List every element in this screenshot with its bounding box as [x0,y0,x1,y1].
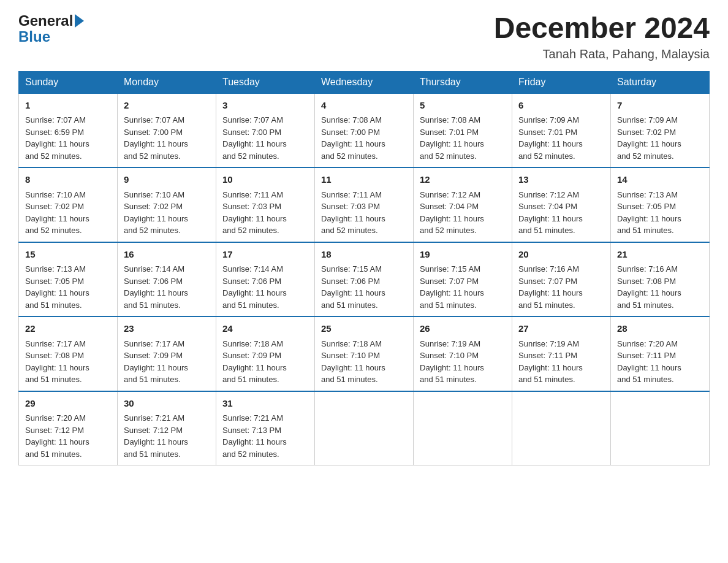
calendar-day-cell: 14Sunrise: 7:13 AM Sunset: 7:05 PM Dayli… [611,167,710,242]
day-info: Sunrise: 7:13 AM Sunset: 7:05 PM Dayligh… [617,189,703,237]
day-info: Sunrise: 7:12 AM Sunset: 7:04 PM Dayligh… [518,189,604,237]
day-number: 4 [321,99,407,113]
calendar-week-row: 8Sunrise: 7:10 AM Sunset: 7:02 PM Daylig… [19,167,710,242]
day-info: Sunrise: 7:21 AM Sunset: 7:13 PM Dayligh… [222,412,308,460]
calendar-day-cell: 29Sunrise: 7:20 AM Sunset: 7:12 PM Dayli… [19,391,118,465]
day-number: 2 [124,99,210,113]
calendar-day-cell: 9Sunrise: 7:10 AM Sunset: 7:02 PM Daylig… [118,167,216,242]
calendar-day-cell: 20Sunrise: 7:16 AM Sunset: 7:07 PM Dayli… [512,242,611,317]
day-number: 1 [25,99,111,113]
day-number: 13 [518,173,604,187]
calendar-day-cell [512,391,611,465]
day-info: Sunrise: 7:09 AM Sunset: 7:02 PM Dayligh… [617,114,703,162]
calendar-week-row: 22Sunrise: 7:17 AM Sunset: 7:08 PM Dayli… [19,316,710,391]
day-number: 21 [617,248,703,262]
day-header-monday: Monday [118,71,216,93]
day-info: Sunrise: 7:08 AM Sunset: 7:00 PM Dayligh… [321,114,407,162]
day-number: 5 [420,99,506,113]
calendar-day-cell [315,391,414,465]
calendar-day-cell: 30Sunrise: 7:21 AM Sunset: 7:12 PM Dayli… [118,391,216,465]
day-info: Sunrise: 7:07 AM Sunset: 6:59 PM Dayligh… [25,114,111,162]
calendar-day-cell: 16Sunrise: 7:14 AM Sunset: 7:06 PM Dayli… [118,242,216,317]
calendar-day-cell: 6Sunrise: 7:09 AM Sunset: 7:01 PM Daylig… [512,93,611,168]
calendar-day-cell: 24Sunrise: 7:18 AM Sunset: 7:09 PM Dayli… [216,316,315,391]
day-number: 27 [518,322,604,336]
day-number: 6 [518,99,604,113]
day-number: 9 [124,173,210,187]
logo-blue-text: Blue [18,28,50,45]
calendar-day-cell: 5Sunrise: 7:08 AM Sunset: 7:01 PM Daylig… [414,93,512,168]
day-number: 28 [617,322,703,336]
day-number: 31 [222,397,308,411]
calendar-day-cell: 21Sunrise: 7:16 AM Sunset: 7:08 PM Dayli… [611,242,710,317]
calendar-day-cell: 27Sunrise: 7:19 AM Sunset: 7:11 PM Dayli… [512,316,611,391]
day-number: 12 [420,173,506,187]
day-info: Sunrise: 7:15 AM Sunset: 7:06 PM Dayligh… [321,263,407,311]
logo-arrow-icon [75,14,84,28]
day-header-thursday: Thursday [414,71,512,93]
logo-general-text: General [18,12,73,29]
day-info: Sunrise: 7:14 AM Sunset: 7:06 PM Dayligh… [222,263,308,311]
calendar-day-cell: 25Sunrise: 7:18 AM Sunset: 7:10 PM Dayli… [315,316,414,391]
day-info: Sunrise: 7:09 AM Sunset: 7:01 PM Dayligh… [518,114,604,162]
day-header-wednesday: Wednesday [315,71,414,93]
month-title: December 2024 [494,12,710,45]
day-info: Sunrise: 7:21 AM Sunset: 7:12 PM Dayligh… [124,412,210,460]
day-number: 22 [25,322,111,336]
calendar-day-cell: 19Sunrise: 7:15 AM Sunset: 7:07 PM Dayli… [414,242,512,317]
day-info: Sunrise: 7:10 AM Sunset: 7:02 PM Dayligh… [124,189,210,237]
calendar-day-cell: 10Sunrise: 7:11 AM Sunset: 7:03 PM Dayli… [216,167,315,242]
day-info: Sunrise: 7:16 AM Sunset: 7:08 PM Dayligh… [617,263,703,311]
day-info: Sunrise: 7:17 AM Sunset: 7:09 PM Dayligh… [124,338,210,386]
day-header-tuesday: Tuesday [216,71,315,93]
calendar-day-cell: 23Sunrise: 7:17 AM Sunset: 7:09 PM Dayli… [118,316,216,391]
day-number: 20 [518,248,604,262]
calendar-day-cell [611,391,710,465]
day-number: 7 [617,99,703,113]
day-number: 11 [321,173,407,187]
logo-top: General [18,12,84,29]
day-number: 26 [420,322,506,336]
page-header: General Blue December 2024 Tanah Rata, P… [18,12,710,61]
calendar-day-cell: 13Sunrise: 7:12 AM Sunset: 7:04 PM Dayli… [512,167,611,242]
calendar-day-cell: 4Sunrise: 7:08 AM Sunset: 7:00 PM Daylig… [315,93,414,168]
day-info: Sunrise: 7:18 AM Sunset: 7:09 PM Dayligh… [222,338,308,386]
day-number: 10 [222,173,308,187]
day-info: Sunrise: 7:19 AM Sunset: 7:11 PM Dayligh… [518,338,604,386]
day-number: 17 [222,248,308,262]
logo: General Blue [18,12,84,45]
day-number: 8 [25,173,111,187]
day-number: 3 [222,99,308,113]
calendar-day-cell: 22Sunrise: 7:17 AM Sunset: 7:08 PM Dayli… [19,316,118,391]
day-number: 16 [124,248,210,262]
day-info: Sunrise: 7:18 AM Sunset: 7:10 PM Dayligh… [321,338,407,386]
day-number: 15 [25,248,111,262]
day-info: Sunrise: 7:17 AM Sunset: 7:08 PM Dayligh… [25,338,111,386]
calendar-day-cell: 2Sunrise: 7:07 AM Sunset: 7:00 PM Daylig… [118,93,216,168]
calendar-day-cell: 26Sunrise: 7:19 AM Sunset: 7:10 PM Dayli… [414,316,512,391]
calendar-week-row: 15Sunrise: 7:13 AM Sunset: 7:05 PM Dayli… [19,242,710,317]
day-info: Sunrise: 7:13 AM Sunset: 7:05 PM Dayligh… [25,263,111,311]
day-number: 14 [617,173,703,187]
day-number: 18 [321,248,407,262]
day-info: Sunrise: 7:12 AM Sunset: 7:04 PM Dayligh… [420,189,506,237]
day-number: 23 [124,322,210,336]
day-info: Sunrise: 7:16 AM Sunset: 7:07 PM Dayligh… [518,263,604,311]
day-info: Sunrise: 7:19 AM Sunset: 7:10 PM Dayligh… [420,338,506,386]
calendar-day-cell: 15Sunrise: 7:13 AM Sunset: 7:05 PM Dayli… [19,242,118,317]
calendar-header-row: SundayMondayTuesdayWednesdayThursdayFrid… [19,71,710,93]
calendar-day-cell [414,391,512,465]
day-info: Sunrise: 7:11 AM Sunset: 7:03 PM Dayligh… [321,189,407,237]
calendar-day-cell: 28Sunrise: 7:20 AM Sunset: 7:11 PM Dayli… [611,316,710,391]
day-header-friday: Friday [512,71,611,93]
calendar-day-cell: 18Sunrise: 7:15 AM Sunset: 7:06 PM Dayli… [315,242,414,317]
day-number: 24 [222,322,308,336]
title-section: December 2024 Tanah Rata, Pahang, Malays… [494,12,710,61]
day-info: Sunrise: 7:08 AM Sunset: 7:01 PM Dayligh… [420,114,506,162]
calendar-day-cell: 17Sunrise: 7:14 AM Sunset: 7:06 PM Dayli… [216,242,315,317]
calendar-day-cell: 1Sunrise: 7:07 AM Sunset: 6:59 PM Daylig… [19,93,118,168]
day-header-sunday: Sunday [19,71,118,93]
calendar-day-cell: 31Sunrise: 7:21 AM Sunset: 7:13 PM Dayli… [216,391,315,465]
day-number: 29 [25,397,111,411]
location-title: Tanah Rata, Pahang, Malaysia [494,47,710,61]
